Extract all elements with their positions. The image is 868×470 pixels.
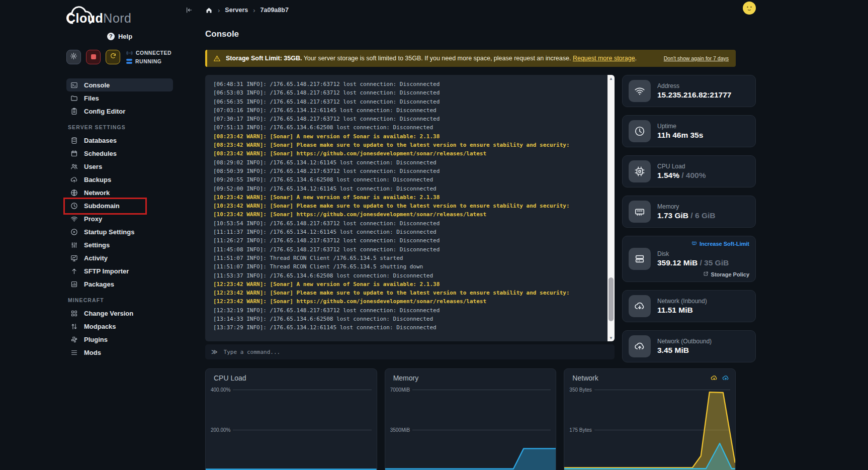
server-controls: CONNECTED RUNNING <box>66 49 173 64</box>
stats-panel: Address15.235.216.82:21777Uptime11h 46m … <box>622 75 756 362</box>
chart-network: Network350 Bytes175 Bytes <box>564 368 736 470</box>
collapse-sidebar-icon[interactable] <box>185 6 193 14</box>
sidebar-item-label: SFTP Importer <box>84 267 129 275</box>
sidebar-item-proxy[interactable]: Proxy <box>66 212 173 225</box>
command-input[interactable] <box>224 349 609 355</box>
page-title: Console <box>205 29 736 39</box>
stat-card-cpu-load: CPU Load1.54% / 400% <box>622 155 756 187</box>
stat-value: 15.235.216.82:21777 <box>657 90 731 100</box>
sidebar-item-label: Console <box>84 81 110 89</box>
chevron-right-icon: › <box>218 7 220 14</box>
sidebar-item-change-version[interactable]: Change Version <box>66 307 173 320</box>
sidebar-item-label: Schedules <box>84 150 117 157</box>
sidebar-item-activity[interactable]: Activity <box>66 251 173 264</box>
running-status: RUNNING <box>126 58 171 64</box>
external-link-icon <box>703 271 709 277</box>
scroll-up-icon[interactable]: ▲ <box>607 75 615 82</box>
chevron-right-icon: › <box>253 7 255 14</box>
command-bar: ≫ <box>205 344 615 359</box>
chart-cpu-load: CPU Load400.00%200.00% <box>205 368 377 470</box>
increase-soft-limit-link[interactable]: Increase Soft-Limit <box>629 240 749 247</box>
help-button[interactable]: ? Help <box>66 31 173 41</box>
sidebar-item-network[interactable]: Network <box>66 186 173 199</box>
console-line: [08:50:39 INFO]: /176.65.148.217:63712 l… <box>213 167 599 175</box>
breadcrumb-server-id[interactable]: 7a09a8b7 <box>261 7 289 14</box>
console-output-panel[interactable]: [06:48:31 INFO]: /176.65.148.217:63712 l… <box>205 75 615 341</box>
sidebar-item-label: Config Editor <box>84 108 125 115</box>
logo: CloudNord <box>66 6 173 30</box>
storage-limit-banner: Storage Soft Limit: 35GB. Your server st… <box>205 50 736 67</box>
console-line: [07:03:16 INFO]: /176.65.134.12:61145 lo… <box>213 106 599 115</box>
sidebar-item-label: Proxy <box>84 215 102 223</box>
gear-button[interactable] <box>66 50 81 64</box>
console-line: [12:23:42 WARN]: [Sonar] Please make sur… <box>213 289 599 297</box>
stop-button[interactable] <box>86 50 101 64</box>
refresh-icon <box>110 52 117 61</box>
charts-row: CPU Load400.00%200.00%Memory7000MiB3500M… <box>205 368 736 470</box>
sliders-icon <box>70 241 78 249</box>
console-line: [08:23:42 WARN]: [Sonar] https://github.… <box>213 149 599 158</box>
scroll-down-icon[interactable]: ▼ <box>607 334 615 341</box>
wifi-icon <box>70 215 78 223</box>
cloud-down-icon <box>629 295 651 317</box>
topbar: › Servers › 7a09a8b7 <box>185 0 868 17</box>
folder-icon <box>70 95 78 102</box>
stat-card-network-outbound: Network (Outbound)3.45 MiB <box>622 330 756 362</box>
stat-value: 11.51 MiB <box>657 306 707 315</box>
stat-label: Network (Outbound) <box>657 338 712 345</box>
sidebar-item-plugins[interactable]: Plugins <box>66 333 173 346</box>
stat-label: CPU Load <box>657 163 706 170</box>
scrollbar-thumb[interactable] <box>609 277 614 321</box>
stat-label: Disk <box>657 250 729 257</box>
question-icon: ? <box>107 33 115 40</box>
stat-label: Uptime <box>657 123 703 130</box>
sidebar-item-settings[interactable]: Settings <box>66 238 173 251</box>
sidebar-item-users[interactable]: Users <box>66 160 173 173</box>
console-scrollbar[interactable]: ▲ ▼ <box>607 75 615 341</box>
console-line: [09:20:55 INFO]: /176.65.134.6:62508 los… <box>213 175 599 184</box>
request-more-storage-link[interactable]: Request more storage <box>573 55 635 62</box>
stat-value: 3.45 MiB <box>657 346 712 355</box>
warning-icon <box>213 55 221 62</box>
sidebar-item-databases[interactable]: Databases <box>66 134 173 147</box>
console-line: [11:51:07 INFO]: Thread RCON Client /176… <box>213 254 599 262</box>
server-icon <box>629 248 651 270</box>
sidebar-item-schedules[interactable]: Schedules <box>66 147 173 160</box>
terminal-icon <box>70 81 78 89</box>
console-line: [06:53:03 INFO]: /176.65.148.217:63712 l… <box>213 88 599 97</box>
sidebar-item-mods[interactable]: Mods <box>66 346 173 359</box>
puzzle-icon <box>70 336 78 343</box>
clipboard-icon <box>70 108 78 115</box>
sidebar-heading-minecraft: MINECRAFT <box>68 297 173 303</box>
sidebar-item-files[interactable]: Files <box>66 91 173 105</box>
console-line: [12:32:19 INFO]: /176.65.148.217:63712 l… <box>213 306 599 315</box>
sidebar-item-packages[interactable]: Packages <box>66 277 173 291</box>
sidebar-item-backups[interactable]: Backups <box>66 173 173 186</box>
console-line: [09:52:00 INFO]: /176.65.134.12:61145 lo… <box>213 184 599 193</box>
sidebar-heading-server-settings: SERVER SETTINGS <box>68 124 173 130</box>
sidebar-item-label: Databases <box>84 137 117 144</box>
list-icon <box>70 349 78 356</box>
sidebar-item-startup-settings[interactable]: Startup Settings <box>66 225 173 238</box>
sidebar-item-config-editor[interactable]: Config Editor <box>66 105 173 118</box>
sidebar-item-modpacks[interactable]: Modpacks <box>66 320 173 333</box>
sidebar-item-label: Files <box>84 95 99 102</box>
cloud-arrow-up-icon <box>70 176 78 183</box>
sidebar-item-console[interactable]: Console <box>66 78 173 91</box>
sidebar-item-subdomain[interactable]: Subdomain <box>66 199 173 212</box>
running-icon <box>126 59 132 64</box>
chart-box-icon <box>70 280 78 288</box>
play-circle-icon <box>70 228 78 236</box>
restart-button[interactable] <box>106 50 120 64</box>
stat-card-disk: Increase Soft-LimitDisk359.12 MiB / 35 G… <box>622 236 756 282</box>
console-log: [06:48:31 INFO]: /176.65.148.217:63712 l… <box>205 75 615 337</box>
breadcrumb-servers[interactable]: Servers <box>225 7 248 14</box>
sidebar-item-sftp-importer[interactable]: SFTP Importer <box>66 264 173 277</box>
home-icon[interactable] <box>205 7 213 14</box>
dismiss-banner-link[interactable]: Don't show again for 7 days <box>664 55 729 61</box>
clock2-icon <box>70 202 78 210</box>
storage-policy-link[interactable]: Storage Policy <box>629 271 749 277</box>
avatar[interactable] <box>743 2 756 15</box>
console-line: [08:29:02 INFO]: /176.65.134.12:61145 lo… <box>213 158 599 167</box>
console-line: [10:23:42 WARN]: [Sonar] A new version o… <box>213 193 599 202</box>
